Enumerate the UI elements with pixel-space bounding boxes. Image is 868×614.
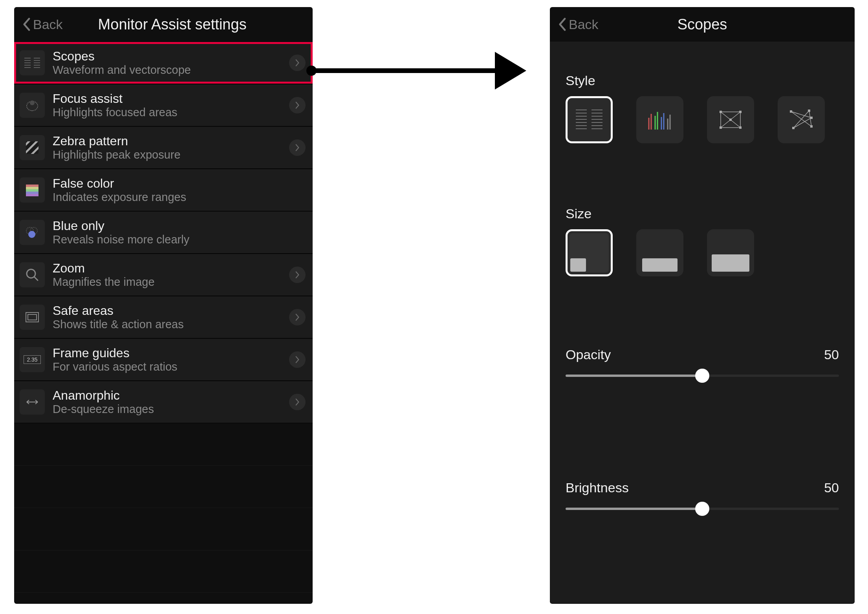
navigation-arrow: [306, 51, 526, 90]
list-item-scopes[interactable]: Scopes Waveform and vectorscope: [14, 42, 313, 84]
svg-point-23: [28, 231, 35, 238]
panel-header: Back Monitor Assist settings: [14, 7, 313, 42]
vectorscope-b-icon: [786, 106, 817, 133]
back-button[interactable]: Back: [22, 17, 63, 32]
list-item-zoom[interactable]: Zoom Magnifies the image: [14, 254, 313, 296]
back-label: Back: [33, 17, 63, 32]
opacity-section: Opacity 50: [550, 331, 855, 398]
size-medium[interactable]: [636, 229, 683, 276]
list-item-subtitle: Reveals noise more clearly: [53, 233, 306, 246]
chevron-right-icon: [289, 351, 306, 368]
scopes-icon: [20, 50, 45, 75]
list-item-subtitle: Waveform and vectorscope: [53, 64, 281, 77]
arrow-line: [316, 68, 495, 73]
svg-rect-56: [720, 126, 722, 129]
brightness-label: Brightness: [566, 480, 629, 495]
list-item-subtitle: Shows title & action areas: [53, 318, 281, 331]
list-item-subtitle: For various aspect ratios: [53, 360, 281, 373]
style-vectorscope-b[interactable]: [778, 96, 825, 143]
list-item-text: Anamorphic De-squeeze images: [53, 388, 281, 416]
list-item-focus-assist[interactable]: Focus assist Highlights focused areas: [14, 84, 313, 126]
waveform-luma-icon: [573, 106, 605, 133]
list-item-title: False color: [53, 176, 306, 191]
brightness-slider[interactable]: [566, 503, 839, 515]
safe-areas-icon: [20, 305, 45, 330]
svg-rect-60: [810, 117, 813, 119]
svg-line-25: [34, 277, 38, 280]
size-preview-icon: [642, 258, 678, 272]
chevron-right-icon: [289, 97, 306, 113]
list-item-blue-only[interactable]: Blue only Reveals noise more clearly: [14, 211, 313, 254]
list-item-false-color[interactable]: False color Indicates exposure ranges: [14, 169, 313, 211]
slider-thumb[interactable]: [695, 502, 709, 516]
size-small[interactable]: [566, 229, 613, 276]
style-vectorscope-a[interactable]: [707, 96, 754, 143]
svg-point-10: [30, 101, 35, 105]
list-item-subtitle: Magnifies the image: [53, 276, 281, 289]
empty-row: [14, 508, 313, 550]
list-item-text: False color Indicates exposure ranges: [53, 176, 306, 204]
svg-rect-58: [729, 119, 732, 121]
svg-rect-57: [739, 126, 742, 129]
list-item-text: Focus assist Highlights focused areas: [53, 91, 281, 119]
focus-assist-icon: [20, 93, 45, 118]
list-item-title: Anamorphic: [53, 388, 281, 403]
style-options: [566, 96, 839, 143]
size-preview-icon: [712, 254, 749, 272]
panel-header: Back Scopes: [550, 7, 855, 42]
anamorphic-icon: [20, 389, 45, 415]
svg-rect-27: [28, 314, 37, 320]
chevron-right-icon: [289, 55, 306, 71]
arrow-origin-dot: [306, 66, 317, 76]
list-item-anamorphic[interactable]: Anamorphic De-squeeze images: [14, 381, 313, 423]
list-item-text: Frame guides For various aspect ratios: [53, 346, 281, 373]
empty-row: [14, 550, 313, 593]
list-item-subtitle: Indicates exposure ranges: [53, 191, 306, 204]
frame-guides-icon: 2.35: [20, 347, 45, 372]
svg-rect-16: [26, 185, 38, 187]
brightness-section: Brightness 50: [550, 464, 855, 531]
list-item-title: Focus assist: [53, 91, 281, 106]
list-item-zebra[interactable]: Zebra pattern Highlights peak exposure: [14, 126, 313, 169]
slider-thumb[interactable]: [695, 369, 709, 383]
page-title: Scopes: [678, 16, 727, 33]
svg-rect-20: [26, 194, 38, 196]
size-large[interactable]: [707, 229, 754, 276]
style-waveform-luma[interactable]: [566, 96, 613, 143]
chevron-right-icon: [289, 309, 306, 325]
chevron-left-icon: [558, 17, 566, 31]
list-item-title: Frame guides: [53, 346, 281, 360]
slider-fill: [566, 508, 702, 510]
list-item-title: Zoom: [53, 261, 281, 276]
scopes-content: Style: [550, 42, 855, 603]
list-item-safe-areas[interactable]: Safe areas Shows title & action areas: [14, 296, 313, 338]
false-color-icon: [20, 177, 45, 203]
back-label: Back: [569, 17, 599, 32]
monitor-assist-settings-panel: Back Monitor Assist settings Scopes Wave…: [14, 7, 313, 604]
svg-rect-17: [26, 187, 38, 189]
blue-only-icon: [20, 220, 45, 245]
svg-rect-54: [720, 111, 722, 113]
svg-rect-59: [790, 110, 792, 113]
opacity-value: 50: [824, 347, 839, 362]
style-waveform-rgb[interactable]: [636, 96, 683, 143]
list-item-text: Scopes Waveform and vectorscope: [53, 49, 281, 77]
back-button[interactable]: Back: [558, 17, 599, 32]
empty-area: [14, 423, 313, 593]
chevron-left-icon: [22, 17, 31, 31]
list-item-title: Scopes: [53, 49, 281, 64]
svg-rect-55: [739, 111, 742, 113]
style-label: Style: [566, 73, 839, 88]
slider-fill: [566, 375, 702, 377]
empty-row: [14, 466, 313, 508]
list-item-title: Blue only: [53, 219, 306, 233]
list-item-frame-guides[interactable]: 2.35 Frame guides For various aspect rat…: [14, 338, 313, 381]
brightness-value: 50: [824, 480, 839, 495]
svg-rect-62: [808, 110, 810, 112]
list-item-title: Zebra pattern: [53, 134, 281, 148]
size-options: [566, 229, 839, 276]
opacity-slider[interactable]: [566, 369, 839, 382]
size-label: Size: [566, 206, 839, 221]
svg-rect-18: [26, 189, 38, 192]
list-item-text: Zoom Magnifies the image: [53, 261, 281, 289]
